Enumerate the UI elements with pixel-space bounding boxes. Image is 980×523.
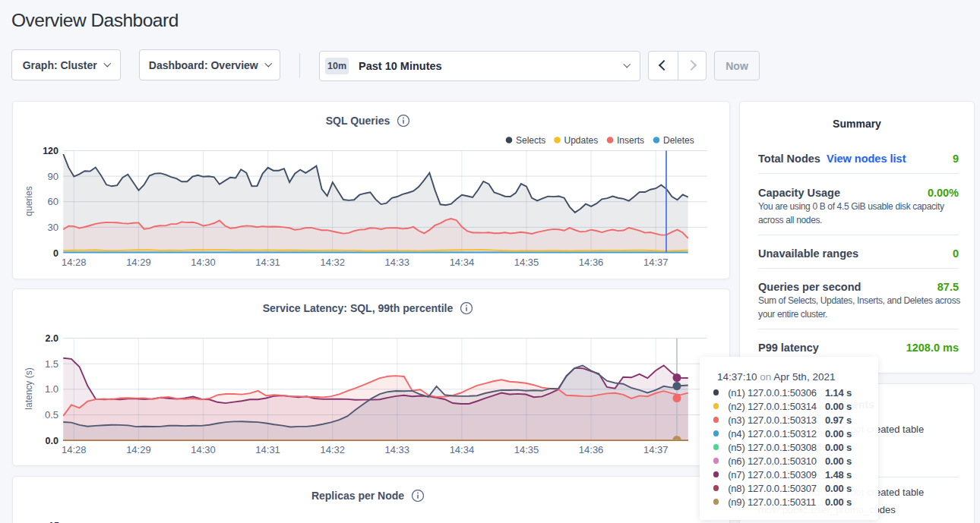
svg-text:14:34: 14:34	[450, 444, 475, 455]
svg-text:30: 30	[48, 222, 58, 233]
svg-text:Inserts: Inserts	[617, 135, 644, 146]
svg-text:Updates: Updates	[564, 135, 599, 146]
svg-text:14:28: 14:28	[62, 257, 87, 268]
svg-text:latency (s): latency (s)	[24, 367, 34, 409]
svg-text:14:35: 14:35	[514, 444, 539, 455]
svg-text:60: 60	[48, 196, 58, 207]
svg-text:0.5: 0.5	[45, 409, 58, 421]
svg-text:14:31: 14:31	[255, 444, 280, 455]
svg-text:2.0: 2.0	[46, 333, 58, 344]
svg-text:1.5: 1.5	[45, 358, 58, 370]
svg-text:14:36: 14:36	[579, 444, 604, 455]
svg-text:Selects: Selects	[516, 135, 545, 146]
svg-text:1.0: 1.0	[45, 383, 58, 395]
svg-text:14:37: 14:37	[643, 444, 669, 455]
svg-text:14:34: 14:34	[450, 257, 475, 268]
svg-text:queries: queries	[24, 186, 34, 216]
svg-text:14:31: 14:31	[255, 257, 280, 268]
svg-text:0.0: 0.0	[46, 436, 58, 446]
svg-text:14:35: 14:35	[514, 257, 539, 268]
svg-text:14:37: 14:37	[643, 257, 669, 268]
svg-text:120: 120	[43, 146, 58, 156]
svg-text:Deletes: Deletes	[663, 135, 694, 146]
svg-text:14:28: 14:28	[62, 444, 87, 455]
svg-text:14:30: 14:30	[191, 444, 216, 455]
svg-text:0: 0	[53, 248, 58, 259]
svg-text:14:36: 14:36	[579, 257, 604, 268]
svg-text:14:30: 14:30	[191, 257, 216, 268]
svg-text:14:33: 14:33	[385, 444, 410, 455]
svg-text:14:32: 14:32	[320, 257, 345, 268]
svg-text:90: 90	[48, 171, 58, 182]
svg-text:14:29: 14:29	[126, 257, 151, 268]
svg-text:14:32: 14:32	[320, 444, 345, 455]
svg-text:14:29: 14:29	[126, 444, 151, 455]
svg-text:14:33: 14:33	[385, 257, 410, 268]
